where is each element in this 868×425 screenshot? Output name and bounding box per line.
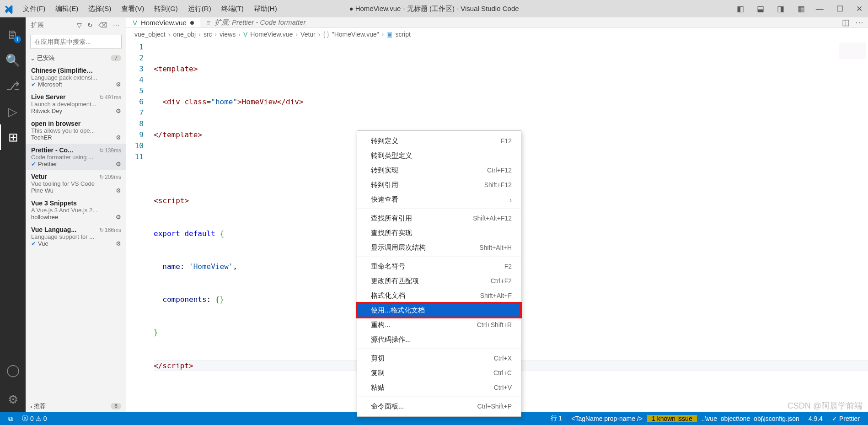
- gear-icon[interactable]: ⚙: [116, 134, 121, 141]
- context-menu-item[interactable]: 查找所有引用Shift+Alt+F12: [357, 211, 521, 226]
- context-menu-item[interactable]: 重命名符号F2: [357, 259, 521, 274]
- context-menu-item[interactable]: 快速查看: [357, 192, 521, 207]
- dirty-indicator-icon: [190, 21, 194, 25]
- activity-explorer-icon[interactable]: 🗎1: [0, 22, 26, 48]
- split-editor-icon[interactable]: ◫: [842, 17, 850, 27]
- breadcrumbs[interactable]: vue_object› one_obj› src› views› V HomeV…: [126, 28, 868, 41]
- extension-item[interactable]: open in browserThis allows you to ope...…: [26, 117, 126, 144]
- context-menu-item[interactable]: 转到定义F12: [357, 134, 521, 148]
- gear-icon[interactable]: ⚙: [116, 81, 121, 88]
- context-menu-item[interactable]: 重构...Ctrl+Shift+R: [357, 317, 521, 332]
- context-menu-item[interactable]: 源代码操作...: [357, 332, 521, 347]
- gear-icon[interactable]: ⚙: [116, 187, 121, 194]
- extension-description: Code formatter using ...: [31, 154, 121, 161]
- title-bar: 文件(F) 编辑(E) 选择(S) 查看(V) 转到(G) 运行(R) 终端(T…: [0, 0, 868, 17]
- maximize-icon[interactable]: ☐: [831, 5, 849, 13]
- section-recommended-count: 6: [111, 403, 121, 409]
- chevron-down-icon: ⌄: [30, 55, 35, 62]
- context-menu-item[interactable]: 转到实现Ctrl+F12: [357, 163, 521, 178]
- window-controls: ― ☐ ✕: [810, 4, 868, 14]
- close-icon[interactable]: ✕: [851, 5, 868, 13]
- extension-publisher: hollowtree: [31, 214, 58, 221]
- extension-publisher: Pine Wu: [31, 187, 54, 194]
- editor-tabs: V HomeView.vue ≡ 扩展: Prettier - Code for…: [126, 17, 868, 28]
- section-installed[interactable]: ⌄ 已安装 7: [26, 52, 126, 64]
- filter-icon[interactable]: ▽: [74, 22, 85, 29]
- extension-description: Launch a development...: [31, 101, 121, 108]
- status-problems[interactable]: ⓧ 0 ⚠ 0: [17, 414, 52, 423]
- menu-help[interactable]: 帮助(H): [249, 3, 282, 15]
- layout-controls: ◧ ⬓ ◨ ▦: [731, 4, 810, 14]
- verified-icon: [31, 81, 36, 88]
- toggle-right-panel-icon[interactable]: ◨: [772, 5, 790, 13]
- menu-goto[interactable]: 转到(G): [150, 3, 182, 15]
- clock-icon: ↻: [99, 147, 104, 154]
- menu-edit[interactable]: 编辑(E): [51, 3, 83, 15]
- extension-publisher: Ritwick Dey: [31, 108, 62, 114]
- chevron-right-icon: ›: [30, 403, 32, 410]
- gear-icon[interactable]: ⚙: [116, 240, 121, 247]
- tab-homeview[interactable]: V HomeView.vue: [126, 17, 200, 27]
- vue-file-icon: V: [243, 31, 247, 38]
- extension-item[interactable]: Vue Languag...↻166msLanguage support for…: [26, 223, 126, 250]
- extension-name: Vetur: [31, 173, 47, 180]
- activity-debug-icon[interactable]: ▷: [0, 99, 26, 124]
- clear-icon[interactable]: ⌫: [96, 22, 110, 29]
- extension-description: This allows you to ope...: [31, 127, 121, 134]
- status-remote-icon[interactable]: ⧉: [4, 415, 17, 423]
- extensions-sidebar: 扩展 ▽ ↻ ⌫ ⋯ ⌄ 已安装 7 Chinese (Simplified) …: [26, 17, 126, 412]
- context-menu-item[interactable]: 粘贴Ctrl+V: [357, 380, 521, 395]
- extension-publisher: Vue: [31, 240, 48, 247]
- extensions-search-input[interactable]: [30, 35, 122, 48]
- context-menu-item[interactable]: 复制Ctrl+C: [357, 366, 521, 380]
- activity-account-icon[interactable]: ◯: [0, 357, 26, 383]
- minimize-icon[interactable]: ―: [810, 5, 829, 13]
- context-menu-item[interactable]: 格式化文档Shift+Alt+F: [357, 288, 521, 303]
- section-installed-label: 已安装: [37, 54, 55, 62]
- toggle-bottom-panel-icon[interactable]: ⬓: [751, 5, 770, 13]
- more-icon[interactable]: ⋯: [110, 22, 122, 29]
- activity-extensions-icon[interactable]: ⊞: [0, 124, 26, 150]
- context-menu-item[interactable]: 转到引用Shift+F12: [357, 178, 521, 192]
- extension-item[interactable]: Live Server↻491msLaunch a development...…: [26, 91, 126, 117]
- menu-bar: 文件(F) 编辑(E) 选择(S) 查看(V) 转到(G) 运行(R) 终端(T…: [18, 3, 282, 15]
- clock-icon: ↻: [99, 227, 104, 233]
- toggle-left-panel-icon[interactable]: ◧: [731, 5, 750, 13]
- refresh-icon[interactable]: ↻: [85, 22, 96, 29]
- tab-label: HomeView.vue: [141, 19, 187, 27]
- gear-icon[interactable]: ⚙: [116, 214, 121, 221]
- tab-prettier[interactable]: ≡ 扩展: Prettier - Code formatter: [200, 17, 312, 27]
- context-menu-item[interactable]: 命令面板...Ctrl+Shift+P: [357, 399, 521, 414]
- customize-layout-icon[interactable]: ▦: [792, 5, 810, 13]
- extension-name: Vue Languag...: [31, 226, 76, 233]
- section-recommended[interactable]: › 推荐 6: [26, 400, 126, 412]
- gear-icon[interactable]: ⚙: [116, 161, 121, 167]
- tab-more-icon[interactable]: ⋯: [855, 17, 863, 27]
- verified-icon: [31, 240, 36, 247]
- extension-item[interactable]: Prettier - Co...↻139msCode formatter usi…: [26, 144, 126, 170]
- editor-context-menu: 转到定义F12转到类型定义转到实现Ctrl+F12转到引用Shift+F12快速…: [357, 130, 521, 417]
- menu-run[interactable]: 运行(R): [183, 3, 216, 15]
- cube-icon: ▣: [386, 31, 392, 38]
- extension-item[interactable]: Chinese (Simplified) (...Language pack e…: [26, 64, 126, 91]
- activity-search-icon[interactable]: 🔍: [0, 48, 26, 73]
- minimap[interactable]: [839, 43, 866, 59]
- extension-name: Vue 3 Snippets: [31, 199, 77, 207]
- extension-name: Prettier - Co...: [31, 146, 73, 154]
- context-menu-item[interactable]: 显示调用层次结构Shift+Alt+H: [357, 240, 521, 255]
- gear-icon[interactable]: ⚙: [116, 108, 121, 114]
- menu-view[interactable]: 查看(V): [117, 3, 149, 15]
- menu-select[interactable]: 选择(S): [84, 3, 116, 15]
- context-menu-item[interactable]: 更改所有匹配项Ctrl+F2: [357, 274, 521, 288]
- context-menu-item[interactable]: 剪切Ctrl+X: [357, 351, 521, 366]
- context-menu-item[interactable]: 使用...格式化文档: [357, 303, 521, 317]
- menu-file[interactable]: 文件(F): [18, 3, 50, 15]
- context-menu-item[interactable]: 查找所有实现: [357, 226, 521, 240]
- vue-file-icon: V: [133, 19, 137, 27]
- menu-terminal[interactable]: 终端(T): [217, 3, 248, 15]
- activity-scm-icon[interactable]: ⎇: [0, 73, 26, 99]
- activity-settings-icon[interactable]: ⚙: [0, 387, 26, 412]
- extension-item[interactable]: Vetur↻209msVue tooling for VS CodePine W…: [26, 170, 126, 197]
- extension-item[interactable]: Vue 3 SnippetsA Vue.js 3 And Vue.js 2...…: [26, 197, 126, 223]
- context-menu-item[interactable]: 转到类型定义: [357, 148, 521, 163]
